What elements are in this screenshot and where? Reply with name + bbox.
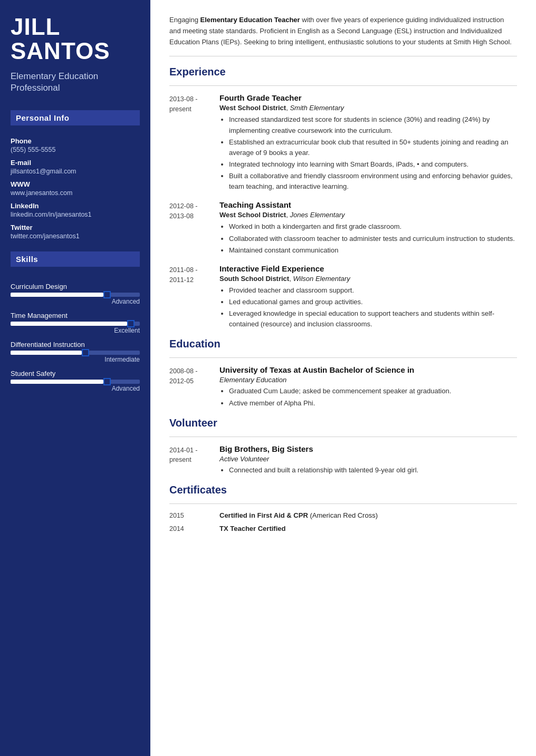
experience-section-title: Experience xyxy=(169,66,517,78)
skill-name: Student Safety xyxy=(11,370,140,377)
certificate-entry: 2015 Certified in First Aid & CPR (Ameri… xyxy=(169,511,517,519)
entry-date: 2012-08 -2013-08 xyxy=(169,200,219,256)
skill-item: Student Safety Advanced xyxy=(11,370,140,392)
entry-content: University of Texas at Austin Bachelor o… xyxy=(219,365,517,409)
cert-content: TX Teacher Certified xyxy=(219,525,285,532)
bullet: Connected and built a relationship with … xyxy=(229,465,517,476)
www-label: WWW xyxy=(11,180,140,188)
entry-org: South School District, Wilson Elementary xyxy=(219,275,517,283)
linkedin-value: linkedin.com/in/janesantos1 xyxy=(11,211,140,218)
experience-entry: 2011-08 -2011-12 Interactive Field Exper… xyxy=(169,264,517,331)
phone-value: (555) 555-5555 xyxy=(11,146,140,153)
summary: Engaging Elementary Education Teacher wi… xyxy=(169,15,517,56)
phone-label: Phone xyxy=(11,137,140,145)
experience-entry: 2012-08 -2013-08 Teaching Assistant West… xyxy=(169,200,517,256)
education-divider xyxy=(169,357,517,358)
linkedin-label: LinkedIn xyxy=(11,202,140,210)
skill-level: Advanced xyxy=(11,385,140,392)
skill-bar-bg xyxy=(11,322,140,326)
summary-bold: Elementary Education Teacher xyxy=(200,16,300,24)
entry-content: Teaching Assistant West School District,… xyxy=(219,200,517,256)
bullet: Worked in both a kindergarten and first … xyxy=(229,221,517,232)
certificates-list: 2015 Certified in First Aid & CPR (Ameri… xyxy=(169,511,517,532)
skill-name: Time Management xyxy=(11,312,140,319)
education-list: 2008-08 -2012-05 University of Texas at … xyxy=(169,365,517,409)
experience-entry: 2013-08 -present Fourth Grade Teacher We… xyxy=(169,93,517,193)
main-content: Engaging Elementary Education Teacher wi… xyxy=(150,0,536,756)
skill-bar-dot xyxy=(103,291,111,298)
skill-level: Advanced xyxy=(11,298,140,305)
skill-bar-fill xyxy=(11,322,127,326)
entry-title: Interactive Field Experience xyxy=(219,264,517,273)
twitter-value: twitter.com/janesantos1 xyxy=(11,232,140,240)
candidate-name: JILL SANTOS xyxy=(11,15,140,63)
entry-org: West School District, Jones Elementary xyxy=(219,211,517,219)
bullet: Graduated Cum Laude; asked be commenceme… xyxy=(229,386,517,396)
skill-bar-dot xyxy=(82,349,89,356)
personal-info-header: Personal Info xyxy=(11,110,140,125)
skill-bar-bg xyxy=(11,351,140,355)
vol-sub: Active Volunteer xyxy=(219,455,517,463)
entry-date: 2014-01 -present xyxy=(169,444,219,477)
bullet: Leveraged knowledge in special education… xyxy=(229,308,517,329)
entry-title: Fourth Grade Teacher xyxy=(219,93,517,102)
personal-info-section: Phone (555) 555-5555 E-mail jillsantos1@… xyxy=(11,132,140,241)
bullet: Provided teacher and classroom support. xyxy=(229,285,517,296)
volunteer-list: 2014-01 -present Big Brothers, Big Siste… xyxy=(169,444,517,477)
edu-sub: Elementary Education xyxy=(219,376,517,384)
entry-title: Teaching Assistant xyxy=(219,200,517,209)
skill-bar-bg xyxy=(11,380,140,384)
entry-bullets: Worked in both a kindergarten and first … xyxy=(219,221,517,255)
email-value: jillsantos1@gmail.com xyxy=(11,168,140,175)
www-value: www.janesantos.com xyxy=(11,189,140,197)
bullet: Integrated technology into learning with… xyxy=(229,159,517,170)
experience-list: 2013-08 -present Fourth Grade Teacher We… xyxy=(169,93,517,331)
entry-title: Big Brothers, Big Sisters xyxy=(219,444,517,453)
entry-bullets: Provided teacher and classroom support.L… xyxy=(219,285,517,330)
certificates-section-title: Certificates xyxy=(169,484,517,496)
entry-content: Interactive Field Experience South Schoo… xyxy=(219,264,517,331)
skill-bar-fill xyxy=(11,351,82,355)
education-entry: 2008-08 -2012-05 University of Texas at … xyxy=(169,365,517,409)
skill-level: Excellent xyxy=(11,327,140,334)
entry-bullets: Graduated Cum Laude; asked be commenceme… xyxy=(219,386,517,408)
resume-container: JILL SANTOS Elementary Education Profess… xyxy=(0,0,536,756)
skill-item: Time Management Excellent xyxy=(11,312,140,334)
certificates-divider xyxy=(169,503,517,504)
skill-bar-fill xyxy=(11,293,103,297)
skill-item: Curriculum Design Advanced xyxy=(11,283,140,305)
sidebar: JILL SANTOS Elementary Education Profess… xyxy=(0,0,150,756)
bullet: Led educational games and group activiti… xyxy=(229,297,517,307)
cert-content: Certified in First Aid & CPR (American R… xyxy=(219,511,378,519)
education-section-title: Education xyxy=(169,338,517,350)
entry-title: University of Texas at Austin Bachelor o… xyxy=(219,365,517,374)
skill-bar-bg xyxy=(11,293,140,297)
bullet: Established an extracurricular book club… xyxy=(229,137,517,158)
entry-org: West School District, Smith Elementary xyxy=(219,104,517,112)
entry-bullets: Increased standardized test score for st… xyxy=(219,114,517,192)
skills-header: Skills xyxy=(11,251,140,267)
bullet: Active member of Alpha Phi. xyxy=(229,398,517,409)
bullet: Collaborated with classroom teacher to a… xyxy=(229,234,517,244)
twitter-label: Twitter xyxy=(11,224,140,231)
entry-date: 2008-08 -2012-05 xyxy=(169,365,219,409)
experience-divider xyxy=(169,85,517,86)
skill-name: Curriculum Design xyxy=(11,283,140,290)
cert-date: 2014 xyxy=(169,525,219,532)
candidate-subtitle: Elementary Education Professional xyxy=(11,71,140,94)
volunteer-divider xyxy=(169,437,517,437)
cert-date: 2015 xyxy=(169,512,219,519)
skill-level: Intermediate xyxy=(11,356,140,363)
skills-section: Curriculum Design Advanced Time Manageme… xyxy=(11,276,140,392)
skill-name: Differentiated Instruction xyxy=(11,341,140,348)
volunteer-section-title: Volunteer xyxy=(169,417,517,429)
skill-bar-fill xyxy=(11,380,103,384)
skill-bar-dot xyxy=(103,378,111,385)
bullet: Increased standardized test score for st… xyxy=(229,114,517,135)
volunteer-entry: 2014-01 -present Big Brothers, Big Siste… xyxy=(169,444,517,477)
skill-item: Differentiated Instruction Intermediate xyxy=(11,341,140,363)
entry-date: 2013-08 -present xyxy=(169,93,219,193)
entry-bullets: Connected and built a relationship with … xyxy=(219,465,517,476)
skill-bar-dot xyxy=(127,320,135,327)
certificate-entry: 2014 TX Teacher Certified xyxy=(169,525,517,532)
